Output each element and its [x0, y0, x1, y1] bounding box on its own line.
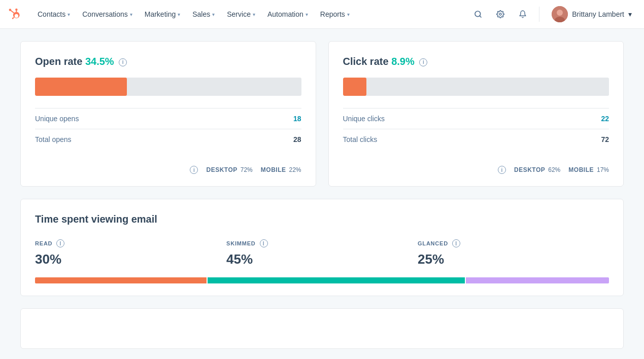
time-spent-title: Time spent viewing email [35, 213, 609, 225]
glanced-info-icon[interactable]: i [452, 239, 460, 247]
chevron-down-icon: ▾ [347, 12, 350, 17]
search-button[interactable] [470, 6, 486, 22]
read-value: 30% [35, 252, 216, 267]
unique-clicks-label: Unique clicks [343, 115, 385, 123]
unique-clicks-value: 22 [601, 115, 609, 123]
nav-item-sales[interactable]: Sales ▾ [187, 7, 220, 21]
total-opens-label: Total opens [35, 135, 72, 143]
click-mobile-info: MOBILE 17% [568, 166, 609, 173]
nav-item-contacts[interactable]: Contacts ▾ [32, 7, 75, 21]
notifications-button[interactable] [515, 6, 531, 22]
skimmed-metric: SKIMMED i 45% [226, 239, 418, 267]
bottom-card [20, 308, 624, 349]
nav-item-conversations[interactable]: Conversations ▾ [77, 7, 138, 21]
click-rate-fill [343, 78, 367, 96]
device-info-icon[interactable]: i [190, 166, 198, 174]
svg-line-1 [480, 16, 481, 17]
open-rate-value: 34.5% [85, 56, 114, 67]
click-rate-stats: Unique clicks 22 Total clicks 72 [343, 108, 609, 150]
total-opens-row: Total opens 28 [35, 129, 301, 150]
user-name: Brittany Lambert [572, 10, 624, 18]
user-chevron-icon: ▾ [628, 10, 632, 18]
user-menu[interactable]: Brittany Lambert ▾ [548, 4, 636, 24]
skimmed-label: SKIMMED i [226, 239, 408, 247]
settings-button[interactable] [492, 6, 509, 22]
open-rate-card: Open rate 34.5% i Unique opens 18 Total … [20, 41, 316, 187]
chevron-down-icon: ▾ [67, 12, 70, 17]
nav-item-marketing[interactable]: Marketing ▾ [140, 7, 185, 21]
desktop-info: DESKTOP 72% [206, 166, 252, 173]
nav-divider [539, 7, 539, 22]
time-spent-card: Time spent viewing email READ i 30% SKIM… [20, 199, 624, 296]
main-content: Open rate 34.5% i Unique opens 18 Total … [0, 29, 644, 359]
svg-point-4 [557, 10, 563, 16]
svg-point-2 [499, 13, 501, 15]
chevron-down-icon: ▾ [130, 12, 132, 17]
open-rate-info-icon[interactable]: i [119, 58, 127, 66]
open-rate-fill [35, 78, 127, 96]
unique-clicks-row: Unique clicks 22 [343, 108, 609, 129]
metrics-cards-row: Open rate 34.5% i Unique opens 18 Total … [20, 41, 624, 187]
nav-item-service[interactable]: Service ▾ [222, 7, 260, 21]
click-rate-title: Click rate 8.9% i [343, 56, 609, 67]
skimmed-segment [208, 277, 465, 283]
skimmed-info-icon[interactable]: i [260, 239, 268, 247]
glanced-label: GLANCED i [418, 239, 599, 247]
time-metrics: READ i 30% SKIMMED i 45% GLANCED i 25% [35, 239, 609, 267]
read-label: READ i [35, 239, 216, 247]
chevron-down-icon: ▾ [253, 12, 255, 17]
nav-right: Brittany Lambert ▾ [470, 4, 636, 24]
read-segment [35, 277, 207, 283]
click-desktop-info: DESKTOP 62% [514, 166, 560, 173]
click-rate-progress-bar [343, 78, 609, 96]
total-clicks-label: Total clicks [343, 135, 378, 143]
open-rate-progress-bar [35, 78, 301, 96]
navbar: Contacts ▾ Conversations ▾ Marketing ▾ S… [0, 0, 644, 29]
open-rate-title: Open rate 34.5% i [35, 56, 301, 67]
total-opens-value: 28 [293, 135, 301, 143]
click-rate-value: 8.9% [391, 56, 415, 67]
chevron-down-icon: ▾ [212, 12, 215, 17]
nav-item-automation[interactable]: Automation ▾ [262, 7, 313, 21]
click-rate-info-icon[interactable]: i [419, 58, 427, 66]
open-rate-stats: Unique opens 18 Total opens 28 [35, 108, 301, 150]
total-clicks-value: 72 [601, 135, 609, 143]
chevron-down-icon: ▾ [306, 12, 308, 17]
read-metric: READ i 30% [35, 239, 226, 267]
read-info-icon[interactable]: i [56, 239, 64, 247]
nav-items: Contacts ▾ Conversations ▾ Marketing ▾ S… [32, 7, 470, 21]
unique-opens-row: Unique opens 18 [35, 108, 301, 129]
skimmed-value: 45% [226, 252, 408, 267]
avatar [552, 6, 568, 22]
total-clicks-row: Total clicks 72 [343, 129, 609, 150]
chevron-down-icon: ▾ [178, 12, 180, 17]
click-rate-device-row: i DESKTOP 62% MOBILE 17% [343, 158, 609, 174]
click-device-info-icon[interactable]: i [498, 166, 506, 174]
glanced-segment [466, 277, 609, 283]
time-stacked-bar [35, 277, 609, 283]
click-rate-card: Click rate 8.9% i Unique clicks 22 Total… [328, 41, 624, 187]
hubspot-logo[interactable] [8, 7, 22, 21]
open-rate-device-row: i DESKTOP 72% MOBILE 22% [35, 158, 301, 174]
glanced-metric: GLANCED i 25% [418, 239, 609, 267]
mobile-info: MOBILE 22% [261, 166, 301, 173]
nav-item-reports[interactable]: Reports ▾ [315, 7, 355, 21]
glanced-value: 25% [418, 252, 599, 267]
unique-opens-label: Unique opens [35, 115, 79, 123]
unique-opens-value: 18 [293, 115, 301, 123]
